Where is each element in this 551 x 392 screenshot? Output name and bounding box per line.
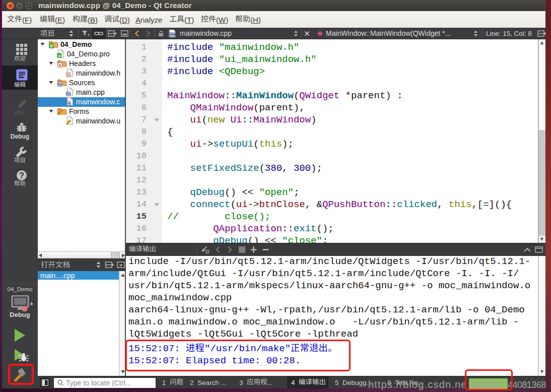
svg-text:?: ? xyxy=(19,171,24,180)
svg-text:Qt: Qt xyxy=(57,54,61,57)
svg-text:C++: C++ xyxy=(66,92,71,95)
svg-text:h: h xyxy=(67,73,70,77)
svg-text:Qt: Qt xyxy=(49,44,53,48)
svg-text:C++: C++ xyxy=(168,32,176,37)
svg-text:h: h xyxy=(59,63,61,68)
svg-text:C++: C++ xyxy=(57,83,63,86)
svg-text:C++: C++ xyxy=(66,102,71,105)
